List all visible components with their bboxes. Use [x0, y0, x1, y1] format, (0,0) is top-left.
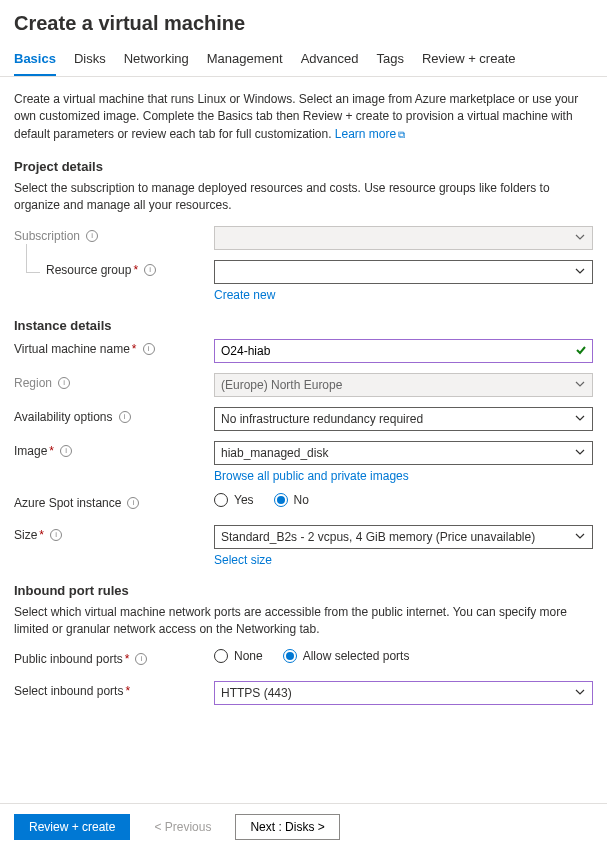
next-button[interactable]: Next : Disks > [235, 814, 339, 840]
inbound-none-radio[interactable] [214, 649, 228, 663]
spot-yes-label: Yes [234, 493, 254, 507]
previous-button: < Previous [140, 814, 225, 840]
info-icon[interactable]: i [119, 411, 131, 423]
region-select[interactable]: (Europe) North Europe [214, 373, 593, 397]
spot-instance-label: Azure Spot instance i [14, 493, 214, 510]
info-icon[interactable]: i [60, 445, 72, 457]
select-size-link[interactable]: Select size [214, 553, 272, 567]
info-icon[interactable]: i [86, 230, 98, 242]
chevron-down-icon [574, 412, 586, 427]
availability-options-label: Availability options i [14, 407, 214, 424]
instance-details-heading: Instance details [14, 318, 593, 333]
footer: Review + create < Previous Next : Disks … [0, 803, 607, 850]
intro-text: Create a virtual machine that runs Linux… [14, 91, 593, 143]
chevron-down-icon [574, 265, 586, 280]
public-inbound-ports-label: Public inbound ports* i [14, 649, 214, 666]
page-title: Create a virtual machine [0, 0, 607, 43]
select-inbound-ports-label: Select inbound ports* [14, 681, 214, 698]
vm-name-label: Virtual machine name* i [14, 339, 214, 356]
info-icon[interactable]: i [143, 343, 155, 355]
review-create-button[interactable]: Review + create [14, 814, 130, 840]
spot-no-radio[interactable] [274, 493, 288, 507]
info-icon[interactable]: i [58, 377, 70, 389]
inbound-allow-label: Allow selected ports [303, 649, 410, 663]
availability-options-select[interactable]: No infrastructure redundancy required [214, 407, 593, 431]
vm-name-input[interactable] [214, 339, 593, 363]
info-icon[interactable]: i [127, 497, 139, 509]
inbound-none-label: None [234, 649, 263, 663]
tab-disks[interactable]: Disks [74, 51, 106, 76]
size-label: Size* i [14, 525, 214, 542]
size-select[interactable]: Standard_B2s - 2 vcpus, 4 GiB memory (Pr… [214, 525, 593, 549]
chevron-down-icon [574, 686, 586, 701]
spot-no-label: No [294, 493, 309, 507]
project-details-desc: Select the subscription to manage deploy… [14, 180, 593, 214]
info-icon[interactable]: i [50, 529, 62, 541]
chevron-down-icon [574, 446, 586, 461]
tabs: Basics Disks Networking Management Advan… [0, 43, 607, 77]
tab-networking[interactable]: Networking [124, 51, 189, 76]
region-label: Region i [14, 373, 214, 390]
image-label: Image* i [14, 441, 214, 458]
resource-group-select[interactable] [214, 260, 593, 284]
check-icon [575, 344, 587, 359]
tab-management[interactable]: Management [207, 51, 283, 76]
create-new-link[interactable]: Create new [214, 288, 275, 302]
subscription-label: Subscription i [14, 226, 214, 243]
select-inbound-ports-select[interactable]: HTTPS (443) [214, 681, 593, 705]
tab-basics[interactable]: Basics [14, 51, 56, 76]
chevron-down-icon [574, 231, 586, 246]
external-link-icon: ⧉ [396, 129, 405, 140]
resource-group-label: Resource group* i [14, 260, 214, 277]
info-icon[interactable]: i [144, 264, 156, 276]
inbound-port-rules-heading: Inbound port rules [14, 583, 593, 598]
chevron-down-icon [574, 378, 586, 393]
subscription-select[interactable] [214, 226, 593, 250]
inbound-port-rules-desc: Select which virtual machine network por… [14, 604, 593, 638]
tab-tags[interactable]: Tags [376, 51, 403, 76]
tab-advanced[interactable]: Advanced [301, 51, 359, 76]
project-details-heading: Project details [14, 159, 593, 174]
browse-images-link[interactable]: Browse all public and private images [214, 469, 409, 483]
info-icon[interactable]: i [135, 653, 147, 665]
learn-more-link[interactable]: Learn more⧉ [335, 127, 405, 141]
spot-yes-radio[interactable] [214, 493, 228, 507]
chevron-down-icon [574, 530, 586, 545]
image-select[interactable]: hiab_managed_disk [214, 441, 593, 465]
tab-review-create[interactable]: Review + create [422, 51, 516, 76]
inbound-allow-radio[interactable] [283, 649, 297, 663]
